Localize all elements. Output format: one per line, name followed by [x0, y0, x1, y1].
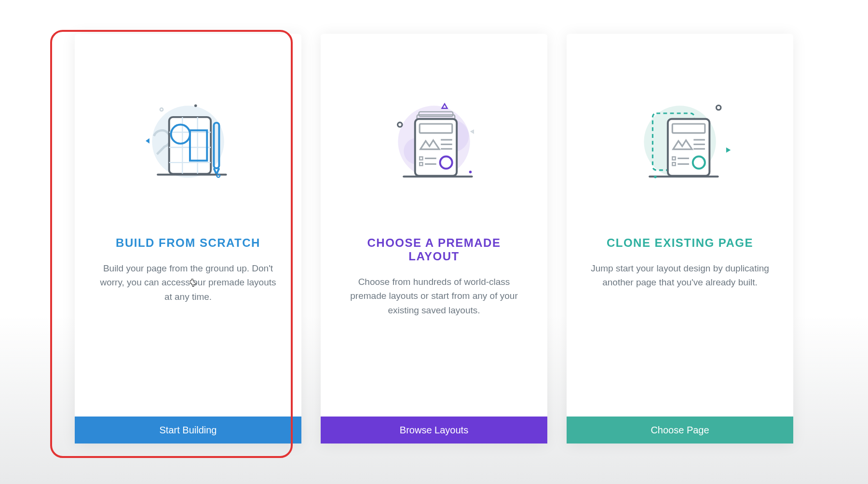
- card-description: Build your page from the ground up. Don'…: [99, 261, 277, 304]
- svg-point-32: [398, 122, 402, 127]
- svg-point-15: [160, 108, 163, 111]
- svg-point-14: [217, 175, 220, 177]
- premade-layout-illustration-icon: [357, 72, 511, 207]
- card-body: CHOOSE A PREMADE LAYOUT Choose from hund…: [321, 34, 547, 417]
- card-title: CHOOSE A PREMADE LAYOUT: [345, 236, 523, 263]
- svg-point-48: [654, 175, 657, 178]
- build-scratch-illustration-icon: [111, 72, 265, 207]
- card-body: CLONE EXISTING PAGE Jump start your layo…: [567, 34, 793, 417]
- card-build-from-scratch[interactable]: BUILD FROM SCRATCH Build your page from …: [75, 34, 301, 444]
- card-clone-page[interactable]: CLONE EXISTING PAGE Jump start your layo…: [567, 34, 793, 444]
- svg-point-33: [469, 171, 472, 174]
- card-title: BUILD FROM SCRATCH: [116, 236, 260, 250]
- card-description: Choose from hundreds of world-class prem…: [345, 275, 523, 317]
- card-premade-layout[interactable]: CHOOSE A PREMADE LAYOUT Choose from hund…: [321, 34, 547, 444]
- card-description: Jump start your layout design by duplica…: [591, 261, 769, 290]
- card-row: BUILD FROM SCRATCH Build your page from …: [0, 0, 868, 477]
- svg-point-13: [194, 105, 197, 108]
- clone-page-illustration-icon: [603, 72, 757, 207]
- svg-point-47: [716, 106, 720, 110]
- start-building-button[interactable]: Start Building: [75, 417, 301, 444]
- browse-layouts-button[interactable]: Browse Layouts: [321, 417, 547, 444]
- card-body: BUILD FROM SCRATCH Build your page from …: [75, 34, 301, 417]
- choose-page-button[interactable]: Choose Page: [567, 417, 793, 444]
- card-title: CLONE EXISTING PAGE: [607, 236, 753, 250]
